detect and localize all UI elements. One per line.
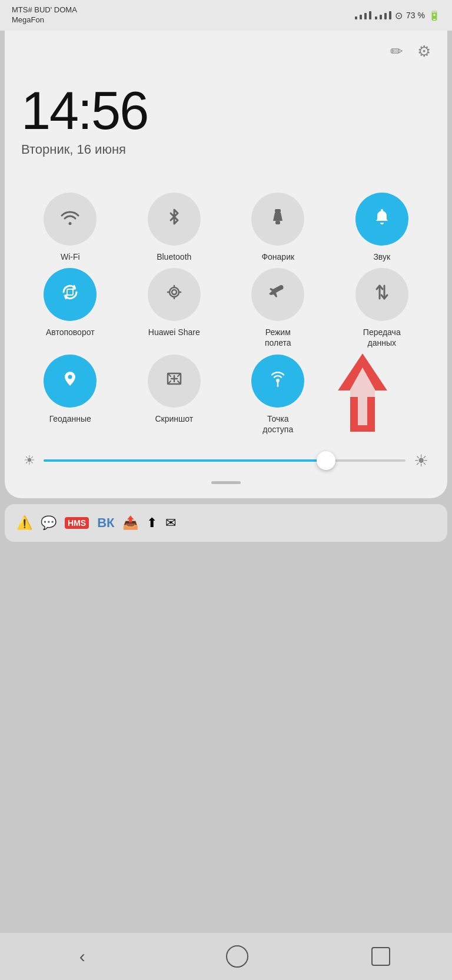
tile-wifi-circle bbox=[44, 193, 97, 246]
tile-flashlight-label: Фонарик bbox=[261, 251, 294, 262]
bell-icon bbox=[371, 206, 393, 233]
location-icon bbox=[59, 368, 81, 395]
clock-section: 14:56 Вторник, 16 июня bbox=[21, 78, 431, 175]
nav-home-button[interactable] bbox=[226, 945, 248, 968]
notif-whatsapp-icon: 💬 bbox=[41, 515, 56, 531]
tile-datatransfer-circle bbox=[355, 268, 408, 321]
screenshot-icon bbox=[163, 368, 185, 395]
tile-screenshot[interactable]: Скриншот bbox=[125, 355, 224, 435]
brightness-low-icon: ☀ bbox=[24, 453, 35, 468]
airplane-icon bbox=[267, 281, 289, 308]
svg-point-4 bbox=[172, 290, 177, 294]
panel-icons: ✏ ⚙ bbox=[21, 42, 431, 61]
tile-autorotate-label: Автоповорот bbox=[46, 327, 95, 337]
svg-rect-1 bbox=[275, 221, 280, 224]
tile-bluetooth-circle bbox=[148, 193, 201, 246]
svg-point-3 bbox=[170, 287, 179, 297]
carrier1-label: MTS# BUD' DOMA bbox=[12, 5, 77, 15]
notification-panel: ✏ ⚙ 14:56 Вторник, 16 июня Wi-Fi bbox=[5, 31, 447, 498]
notif-mail-icon: 📤 bbox=[122, 515, 138, 531]
notif-arrow-icon: ⬆ bbox=[147, 515, 157, 531]
tile-sound-label: Звук bbox=[373, 251, 390, 262]
tile-autorotate-circle bbox=[44, 268, 97, 321]
tile-huaweishare-label: Huawei Share bbox=[148, 327, 200, 337]
tile-hotspot[interactable]: Точкадоступа bbox=[229, 355, 327, 435]
tile-datatransfer-label: Передачаданных bbox=[363, 327, 401, 348]
carrier2-label: MegaFon bbox=[12, 15, 77, 25]
tile-hotspot-label: Точкадоступа bbox=[262, 413, 293, 435]
tile-flashlight-circle bbox=[251, 193, 304, 246]
nav-back-button[interactable]: ‹ bbox=[62, 941, 103, 972]
svg-rect-0 bbox=[275, 209, 281, 213]
tile-wifi[interactable]: Wi-Fi bbox=[21, 193, 119, 262]
tile-flightmode-label: Режимполета bbox=[265, 327, 291, 348]
brightness-thumb[interactable] bbox=[317, 451, 335, 470]
bluetooth-icon bbox=[163, 206, 185, 233]
wifi-icon bbox=[59, 206, 81, 233]
clock-date: Вторник, 16 июня bbox=[21, 142, 431, 157]
swipe-handle[interactable] bbox=[21, 481, 431, 484]
tile-screenshot-label: Скриншот bbox=[155, 413, 193, 424]
notif-gmail-icon: ✉ bbox=[165, 515, 176, 531]
carrier-info: MTS# BUD' DOMA MegaFon bbox=[12, 5, 77, 25]
brightness-fill bbox=[44, 459, 326, 462]
tile-datatransfer[interactable]: Передачаданных bbox=[333, 268, 431, 348]
tile-bluetooth[interactable]: Bluetooth bbox=[125, 193, 224, 262]
edit-icon[interactable]: ✏ bbox=[390, 42, 403, 61]
battery-icon: 🔋 bbox=[428, 10, 440, 21]
tile-huaweishare-circle bbox=[148, 268, 201, 321]
handle-bar bbox=[211, 481, 241, 484]
tile-autorotate[interactable]: Автоповорот bbox=[21, 268, 119, 348]
tile-flightmode[interactable]: Режимполета bbox=[229, 268, 327, 348]
tile-flightmode-circle bbox=[251, 268, 304, 321]
battery-label: 73 % bbox=[406, 11, 425, 20]
brightness-row[interactable]: ☀ ☀ bbox=[21, 451, 431, 471]
brightness-slider[interactable] bbox=[44, 459, 406, 462]
svg-rect-2 bbox=[67, 289, 73, 295]
rotate-icon bbox=[59, 281, 81, 308]
notif-vk-icon: ВК bbox=[97, 515, 114, 531]
flashlight-icon bbox=[267, 206, 289, 233]
tile-wifi-label: Wi-Fi bbox=[61, 251, 80, 262]
settings-icon[interactable]: ⚙ bbox=[417, 42, 431, 61]
signal1-icon bbox=[355, 11, 371, 19]
wifi-status-icon: ⊙ bbox=[395, 10, 403, 21]
tile-geodata[interactable]: Геоданные bbox=[21, 355, 119, 435]
tile-sound-circle bbox=[355, 193, 408, 246]
hotspot-icon bbox=[267, 368, 289, 395]
quick-tiles-grid: Wi-Fi Bluetooth bbox=[21, 193, 431, 435]
notification-tray: ⚠️ 💬 HMS ВК 📤 ⬆ ✉ bbox=[5, 504, 447, 542]
status-bar: MTS# BUD' DOMA MegaFon ⊙ 73 % 🔋 bbox=[0, 0, 452, 31]
tile-sound[interactable]: Звук bbox=[333, 193, 431, 262]
nav-recents-button[interactable] bbox=[371, 947, 390, 966]
svg-point-7 bbox=[68, 375, 72, 379]
status-indicators: ⊙ 73 % 🔋 bbox=[355, 10, 440, 21]
tile-huaweishare[interactable]: Huawei Share bbox=[125, 268, 224, 348]
notif-warning-icon: ⚠️ bbox=[16, 515, 32, 531]
tile-geodata-circle bbox=[44, 355, 97, 408]
datatransfer-icon bbox=[371, 281, 393, 308]
tile-hotspot-circle bbox=[251, 355, 304, 408]
signal2-icon bbox=[375, 11, 391, 19]
tile-screenshot-circle bbox=[148, 355, 201, 408]
tile-arrow-placeholder bbox=[333, 355, 431, 435]
notif-hms-icon: HMS bbox=[65, 517, 89, 529]
tile-geodata-label: Геоданные bbox=[49, 413, 91, 424]
share-icon bbox=[163, 281, 185, 308]
brightness-high-icon: ☀ bbox=[414, 451, 428, 471]
nav-bar: ‹ bbox=[0, 933, 452, 980]
tile-flashlight[interactable]: Фонарик bbox=[229, 193, 327, 262]
tile-bluetooth-label: Bluetooth bbox=[157, 251, 191, 262]
clock-time: 14:56 bbox=[21, 84, 431, 137]
red-arrow-icon bbox=[327, 349, 398, 437]
